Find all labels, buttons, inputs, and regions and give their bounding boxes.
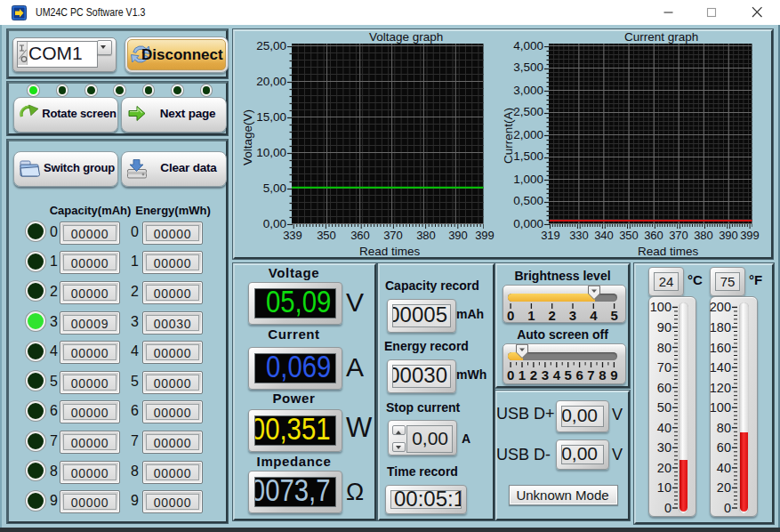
svg-text:40: 40 [717,461,731,475]
svg-text:90: 90 [657,320,671,335]
svg-text:180: 180 [710,320,731,335]
svg-text:20: 20 [717,480,731,495]
svg-text:0: 0 [664,501,671,514]
svg-text:0: 0 [724,501,731,514]
svg-text:40: 40 [657,421,671,435]
svg-text:60: 60 [657,381,671,395]
svg-text:10: 10 [657,480,671,495]
svg-text:20: 20 [657,461,671,475]
svg-text:200: 200 [710,301,731,314]
svg-text:30: 30 [657,440,671,455]
svg-text:80: 80 [657,341,671,355]
svg-text:80: 80 [717,421,731,435]
svg-text:140: 140 [710,360,731,375]
svg-text:160: 160 [710,341,731,355]
svg-text:100: 100 [710,400,731,415]
svg-text:50: 50 [657,400,671,415]
svg-text:120: 120 [710,381,731,395]
svg-text:60: 60 [717,440,731,455]
svg-text:70: 70 [657,360,671,375]
svg-text:100: 100 [650,301,671,314]
